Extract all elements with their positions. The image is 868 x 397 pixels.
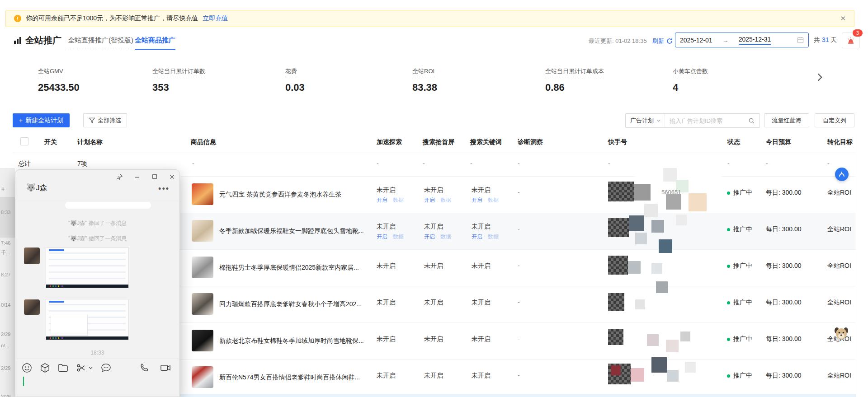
date-range-picker[interactable]: 2025-12-01 → 2025-12-31 <box>675 33 809 47</box>
refresh-button[interactable]: 刷新 <box>652 37 664 45</box>
alarm-badge: 3 <box>853 29 863 37</box>
accelerate-status: 未开启 <box>377 223 396 230</box>
close-icon[interactable] <box>169 174 175 180</box>
kuaishou-account-censored <box>608 359 726 396</box>
accelerate-status: 未开启 <box>377 186 396 193</box>
enable-link[interactable]: 开启 <box>424 233 435 241</box>
budget-cell[interactable]: 每日: 300.00 <box>766 225 802 234</box>
budget-cell[interactable]: 每日: 300.00 <box>766 299 802 307</box>
stat-label: 全站当日累计订单成本 <box>545 67 604 77</box>
budget-cell[interactable]: 每日: 300.00 <box>766 262 802 270</box>
date-start[interactable]: 2025-12-01 <box>680 37 712 44</box>
status-dot <box>727 191 730 195</box>
assistant-icon <box>838 171 845 178</box>
stat-label: 花费 <box>285 67 297 77</box>
warning-icon: ! <box>14 15 21 22</box>
date-arrow-icon: → <box>722 37 729 44</box>
screenshot-message[interactable] <box>46 248 129 288</box>
stat-cart-clicks: 小黄车点击数 4 <box>673 67 708 93</box>
chatlist-selected-item[interactable] <box>0 197 15 238</box>
chatlist-time: 2/29 <box>1 394 10 397</box>
search-keyword-status: 未开启 <box>472 372 491 379</box>
stats-next-chevron-icon[interactable] <box>814 71 826 83</box>
last-update-text: 最近更新: 01-02 18:35 <box>589 37 647 45</box>
status-text: 推广中 <box>733 335 752 342</box>
data-link[interactable]: 数据 <box>488 233 499 241</box>
new-plan-button[interactable]: + 新建全站计划 <box>13 113 70 127</box>
product-title: 新百伦N574男女百搭情侣老爹鞋时尚百搭休闲鞋... <box>219 374 377 382</box>
status-dot <box>727 374 730 378</box>
data-link[interactable]: 数据 <box>488 196 499 204</box>
alarm-button[interactable]: 3 <box>842 33 860 48</box>
summary-dash: - <box>470 160 472 167</box>
chat-input-area[interactable] <box>15 371 179 397</box>
date-end[interactable]: 2025-12-31 <box>739 36 771 45</box>
chat-title-divider <box>15 199 179 199</box>
chatlist-time: 2/29 <box>1 365 10 371</box>
floating-assistant-button[interactable] <box>835 168 849 181</box>
status-cell: 推广中 <box>727 189 752 197</box>
chevron-down-icon <box>656 118 661 123</box>
tab-live-promotion[interactable]: 全站直播推广(智投版) <box>68 36 133 49</box>
plus-icon[interactable]: + <box>1 185 5 193</box>
data-link[interactable]: 数据 <box>393 233 404 241</box>
status-cell: 推广中 <box>727 335 752 343</box>
plan-type-dropdown[interactable]: 广告计划 <box>626 114 665 127</box>
floating-pet-widget[interactable] <box>833 325 849 341</box>
col-status: 状态 <box>727 138 740 146</box>
chat-more-icon[interactable]: ••• <box>158 184 170 194</box>
avatar[interactable] <box>24 248 40 264</box>
col-switch: 开关 <box>44 138 57 146</box>
status-cell: 推广中 <box>727 225 752 234</box>
chatlist-time: 8:33 <box>1 210 10 215</box>
avatar[interactable] <box>24 299 40 315</box>
last-update-area: 最近更新: 01-02 18:35 刷新 <box>589 37 673 45</box>
plan-search-input[interactable] <box>665 117 748 124</box>
product-thumbnail <box>192 220 213 242</box>
summary-dash: - <box>377 160 379 167</box>
enable-link[interactable]: 开启 <box>424 196 435 204</box>
enable-link[interactable]: 开启 <box>472 196 482 204</box>
diagnosis-dash: - <box>518 262 520 269</box>
recharge-link[interactable]: 立即充值 <box>203 14 228 23</box>
search-icon[interactable] <box>748 117 755 124</box>
status-cell: 推广中 <box>727 299 752 307</box>
summary-dash: - <box>423 160 425 167</box>
pin-icon[interactable] <box>116 173 123 180</box>
calendar-icon <box>797 37 804 43</box>
maximize-icon[interactable] <box>152 174 157 179</box>
filter-button[interactable]: 全部筛选 <box>83 113 127 127</box>
col-search-keywords: 搜索关键词 <box>470 138 502 146</box>
summary-count: 7项 <box>77 160 87 168</box>
data-link[interactable]: 数据 <box>393 196 404 204</box>
enable-link[interactable]: 开启 <box>377 196 387 204</box>
chatlist-time: 千... <box>1 249 10 256</box>
tab-product-promotion[interactable]: 全站商品推广 <box>135 36 175 50</box>
status-dot <box>727 338 730 341</box>
enable-link[interactable]: 开启 <box>472 233 482 241</box>
custom-columns-button[interactable]: 自定义列 <box>815 113 854 127</box>
minimize-icon[interactable] <box>134 174 140 180</box>
select-all-checkbox[interactable] <box>20 137 28 145</box>
banner-close-icon[interactable]: ✕ <box>840 14 846 23</box>
budget-cell[interactable]: 每日: 300.00 <box>766 372 802 380</box>
stat-label: 全站当日累计订单数 <box>152 67 205 77</box>
screenshot-message[interactable] <box>46 299 129 340</box>
status-dot <box>727 301 730 304</box>
product-thumbnail <box>192 183 213 205</box>
refresh-icon[interactable] <box>666 38 673 44</box>
budget-cell[interactable]: 每日: 300.00 <box>766 189 802 197</box>
budget-cell[interactable]: 每日: 300.00 <box>766 335 802 343</box>
search-keyword-status: 未开启 <box>472 223 491 230</box>
data-link[interactable]: 数据 <box>440 196 451 204</box>
enable-link[interactable]: 开启 <box>377 233 387 241</box>
chatlist-time: 8:27 <box>1 272 10 277</box>
status-dot <box>727 265 730 268</box>
col-diagnosis: 诊断洞察 <box>518 138 543 146</box>
stat-value: 0.86 <box>545 82 604 93</box>
traffic-red-blue-sea-button[interactable]: 流量红蓝海 <box>764 113 809 127</box>
col-today-budget: 今日预算 <box>766 138 791 146</box>
goal-cell: 全站ROI <box>827 225 851 234</box>
diagnosis-dash: - <box>518 372 520 379</box>
data-link[interactable]: 数据 <box>440 233 451 241</box>
